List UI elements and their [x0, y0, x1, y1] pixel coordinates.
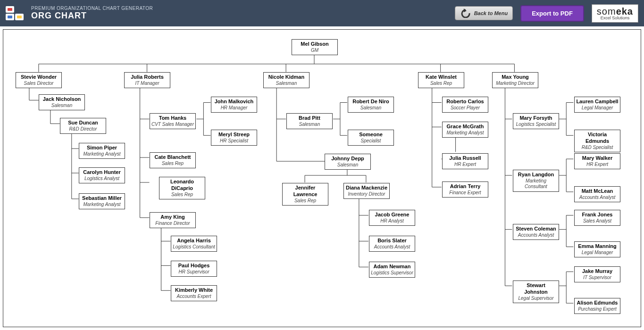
back-to-menu-label: Back to Menu	[474, 10, 508, 16]
brand-name: someka	[597, 7, 633, 16]
org-node[interactable]: Nicole KidmanSalesman	[263, 72, 309, 88]
org-node[interactable]: Amy KingFinance Director	[150, 212, 196, 228]
org-node[interactable]: Sebastian MillerMarketing Analyst	[79, 193, 125, 209]
org-node[interactable]: Roberto CarlosSoccer Player	[442, 97, 488, 113]
org-node[interactable]: Diana MackenzieInventory Director	[343, 183, 390, 199]
header-subtitle: PREMIUM ORGANIZATIONAL CHART GENERATOR	[31, 6, 153, 11]
brand-badge: someka Excel Solutions	[592, 4, 638, 23]
back-to-menu-button[interactable]: Back to Menu	[455, 6, 513, 20]
app-header: PREMIUM ORGANIZATIONAL CHART GENERATOR O…	[0, 0, 644, 26]
org-node[interactable]: Mary WalkerHR Expert	[574, 153, 620, 169]
org-node[interactable]: Boris SlaterAccounts Analyst	[369, 236, 415, 252]
org-node[interactable]: Victoria EdmundsR&D Specialist	[574, 130, 620, 152]
org-node[interactable]: Steven ColemanAccounts Analyst	[513, 224, 559, 240]
icon-tile	[6, 6, 14, 13]
org-node[interactable]: John MalkovichHR Manager	[211, 97, 257, 113]
brand-tagline: Excel Solutions	[601, 16, 630, 20]
org-node-root[interactable]: Mel GibsonGM	[292, 39, 338, 55]
org-node[interactable]: Stewart JohnstonLegal Supervisor	[513, 280, 559, 303]
org-node[interactable]: Grace McGrathMarketing Analyst	[442, 122, 488, 138]
org-node[interactable]: Julia RobertsIT Manager	[124, 72, 170, 88]
org-node[interactable]: Kate WinsletSales Rep	[418, 72, 464, 88]
org-node[interactable]: Matt McLeanAccounts Analyst	[574, 186, 620, 202]
org-node[interactable]: Kimberly WhiteAccounts Expert	[171, 285, 217, 301]
export-pdf-label: Export to PDF	[532, 10, 573, 17]
org-node[interactable]: Paul HodgesHR Supervisor	[171, 261, 217, 277]
org-node[interactable]: Stevie WonderSales Director	[16, 72, 62, 88]
org-node[interactable]: Lauren CampbellLegal Manager	[574, 97, 620, 113]
org-node[interactable]: Leonardo DiCaprioSales Rep	[159, 177, 205, 199]
export-pdf-button[interactable]: Export to PDF	[520, 5, 584, 22]
org-node[interactable]: Tom HanksCVT Sales Manager	[150, 113, 196, 129]
org-node[interactable]: Angela HarrisLogistics Consultant	[171, 236, 217, 252]
org-node[interactable]: Meryl StreepHR Specialist	[211, 130, 257, 146]
page-title: ORG CHART	[31, 11, 153, 21]
org-node[interactable]: Sue DuncanR&D Director	[60, 118, 106, 134]
org-node[interactable]: Johnny DeppSalesman	[325, 154, 371, 170]
org-node[interactable]: Julia RussellHR Expert	[442, 153, 488, 169]
header-titles: PREMIUM ORGANIZATIONAL CHART GENERATOR O…	[31, 6, 153, 21]
org-node[interactable]: Max YoungMarketing Director	[492, 72, 538, 88]
org-node[interactable]: Cate BlanchettSales Rep	[150, 152, 196, 168]
org-node[interactable]: Robert De NiroSalesman	[348, 97, 394, 113]
org-node[interactable]: Alison EdmundsPurchasing Expert	[574, 298, 620, 314]
org-node[interactable]: Mary ForsythLogistics Specialist	[513, 113, 559, 129]
org-node[interactable]: SomeoneSpecialist	[348, 130, 394, 146]
org-chart-canvas: Mel GibsonGM Stevie WonderSales Director…	[3, 29, 641, 327]
org-node[interactable]: Carolyn HunterLogistics Analyst	[79, 167, 125, 183]
org-node[interactable]: Frank JonesSales Analyst	[574, 210, 620, 226]
org-node[interactable]: Adrian TerryFinance Expert	[442, 182, 488, 198]
icon-tile	[6, 14, 14, 20]
back-arrow-icon	[460, 8, 471, 18]
icon-tile	[15, 14, 24, 20]
org-node[interactable]: Ryan LangdonMarketing Consultant	[513, 170, 559, 192]
org-node[interactable]: Jacob GreeneHR Analyst	[369, 210, 415, 226]
org-node[interactable]: Emma ManningLegal Manager	[574, 241, 620, 257]
logo-icons	[6, 6, 24, 20]
org-node[interactable]: Jennifer LawrenceSales Rep	[282, 183, 328, 206]
org-node[interactable]: Brad PittSalesman	[286, 113, 333, 129]
org-node[interactable]: Adam NewmanLogistics Supervisor	[369, 262, 415, 278]
org-node[interactable]: Jake MurrayIT Supervisor	[574, 266, 620, 282]
org-node[interactable]: Simon PiperMarketing Analyst	[79, 143, 125, 159]
org-node[interactable]: Jack NicholsonSalesman	[39, 94, 85, 110]
